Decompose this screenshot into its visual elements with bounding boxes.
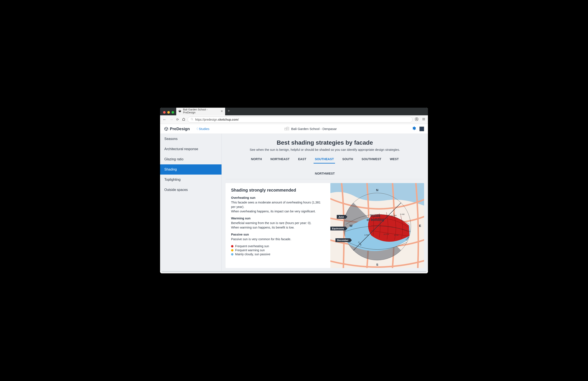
section-overheating: Overheating sun This facade sees a moder…	[231, 196, 325, 214]
facade-tab-north[interactable]: NORTH	[251, 157, 262, 163]
warming-line2: When warming sun happens, its benefit is…	[231, 225, 325, 230]
facade-tab-northeast[interactable]: NORTHEAST	[270, 157, 290, 163]
browser-toolbar: ← → ⟳ https://predesign.sketchup.com/	[160, 115, 428, 124]
svg-point-3	[416, 118, 417, 119]
legend-label: Mainly cloudy, sun passive	[235, 252, 270, 256]
legend-dot-yellow	[231, 249, 233, 251]
facade-tab-south[interactable]: SOUTH	[342, 157, 353, 163]
settings-button[interactable]	[412, 126, 416, 132]
facade-tab-southeast[interactable]: SOUTHEAST	[315, 157, 334, 163]
tag-equinoxes: Equinoxes	[330, 227, 346, 230]
sidebar: Seasons Architectural response Glazing r…	[160, 134, 222, 271]
sidebar-item-label: Architectural response	[164, 147, 198, 151]
legend-dot-red	[231, 245, 233, 248]
inside-line1: Inside	[371, 214, 380, 217]
svg-rect-4	[285, 128, 286, 130]
project-name-text: Bali Garden School - Denpasar	[291, 127, 337, 131]
facade-tab-label: SOUTHEAST	[315, 157, 334, 161]
svg-rect-6	[287, 128, 288, 129]
passive-line1: Passive sun is very common for this faca…	[231, 237, 325, 242]
facade-tab-east[interactable]: EAST	[298, 157, 306, 163]
address-bar[interactable]: https://predesign.sketchup.com/	[188, 116, 413, 123]
time-label: 3 PM	[364, 234, 369, 236]
svg-line-1	[192, 120, 193, 120]
window-maximize-button[interactable]	[171, 111, 174, 114]
sidebar-item-outside-spaces[interactable]: Outside spaces	[160, 185, 222, 195]
sidebar-item-label: Outside spaces	[164, 188, 188, 191]
reload-button[interactable]: ⟳	[176, 118, 179, 121]
legend-dot-blue	[231, 253, 233, 255]
content-row: Shading strongly recommended Overheating…	[222, 179, 428, 271]
forward-button[interactable]: →	[169, 117, 173, 122]
svg-rect-10	[285, 129, 285, 129]
svg-rect-8	[287, 129, 288, 129]
time-label: 9 AM	[394, 234, 399, 236]
app-logo[interactable]: PreDesign	[164, 127, 190, 131]
info-panel: Shading strongly recommended Overheating…	[226, 183, 330, 268]
nav-buttons: ← → ⟳	[163, 117, 185, 122]
passive-title: Passive sun	[231, 233, 325, 236]
facade-tab-west[interactable]: WEST	[390, 157, 399, 163]
menu-icon[interactable]	[422, 117, 425, 122]
toolbar-right	[415, 117, 425, 122]
sidebar-item-seasons[interactable]: Seasons	[160, 134, 222, 144]
main-content: Best shading strategies by facade See wh…	[222, 134, 428, 271]
tag-december: December	[336, 238, 350, 242]
sidebar-item-architectural-response[interactable]: Architectural response	[160, 144, 222, 154]
compass-e: E	[419, 224, 421, 228]
back-link-label: Studies	[199, 127, 210, 131]
facade-tab-label: NORTH	[251, 157, 262, 161]
building-icon	[284, 126, 289, 132]
page-heading: Best shading strategies by facade See wh…	[222, 134, 428, 153]
time-label: 12 PM	[391, 214, 397, 217]
legend-item-overheating: Frequent overheating sun	[231, 245, 325, 248]
horizontal-scrollbar[interactable]	[161, 271, 427, 272]
account-icon[interactable]	[415, 117, 419, 122]
section-passive: Passive sun Passive sun is very common f…	[231, 233, 325, 242]
sidebar-item-label: Toplighting	[164, 178, 181, 181]
compass-w: W	[350, 224, 353, 228]
user-avatar[interactable]	[420, 127, 424, 131]
legend: Frequent overheating sun Frequent warmin…	[231, 245, 325, 256]
facade-tab-label: NORTHEAST	[270, 157, 290, 161]
project-name: Bali Garden School - Denpasar	[212, 126, 409, 132]
sidebar-item-label: Glazing ratio	[164, 157, 184, 161]
back-to-studies-link[interactable]: 〈 Studies	[195, 127, 210, 131]
sidebar-item-shading[interactable]: Shading	[160, 164, 222, 174]
window-close-button[interactable]	[163, 111, 166, 114]
facade-tab-southwest[interactable]: SOUTHWEST	[362, 157, 381, 163]
svg-rect-11	[286, 129, 286, 129]
facade-tab-northwest[interactable]: NORTHWEST	[226, 172, 424, 178]
home-icon	[182, 118, 185, 121]
gear-icon	[412, 126, 416, 130]
panel-heading: Shading strongly recommended	[231, 188, 325, 193]
svg-point-0	[191, 118, 193, 120]
sun-diagram: N S E W Inside of building June Equinoxe…	[330, 183, 424, 268]
browser-tab-title: Bali Garden School - PreDesign	[183, 108, 218, 114]
page-title: Best shading strategies by facade	[226, 139, 424, 146]
diagram-overlay: N S E W Inside of building June Equinoxe…	[330, 183, 424, 268]
section-warming: Warming sun Beneficial warming from the …	[231, 217, 325, 230]
sidebar-item-glazing-ratio[interactable]: Glazing ratio	[160, 154, 222, 164]
home-button[interactable]	[182, 118, 185, 122]
browser-window: Bali Garden School - PreDesign ✕ + ← → ⟳…	[160, 108, 428, 273]
browser-tab[interactable]: Bali Garden School - PreDesign ✕	[176, 108, 225, 115]
inside-of-building-label: Inside of building	[367, 214, 384, 222]
window-minimize-button[interactable]	[167, 111, 170, 114]
facade-tab-label: NORTHWEST	[315, 172, 335, 175]
facade-tab-label: SOUTHWEST	[362, 157, 381, 161]
search-icon	[191, 118, 193, 121]
app-header: PreDesign 〈 Studies Bali Garden School -…	[160, 124, 428, 134]
chevron-left-icon: 〈	[195, 127, 198, 131]
svg-rect-7	[288, 128, 289, 129]
legend-item-passive: Mainly cloudy, sun passive	[231, 252, 325, 256]
sidebar-item-label: Seasons	[164, 137, 177, 141]
facade-tab-label: WEST	[390, 157, 399, 161]
svg-rect-9	[288, 129, 289, 129]
new-tab-button[interactable]: +	[225, 109, 232, 114]
sidebar-item-toplighting[interactable]: Toplighting	[160, 174, 222, 185]
back-button[interactable]: ←	[163, 117, 167, 122]
tab-close-icon[interactable]: ✕	[221, 110, 223, 113]
compass-n: N	[376, 188, 378, 192]
page-subtitle: See when the sun is benign, helpful or s…	[226, 148, 424, 152]
